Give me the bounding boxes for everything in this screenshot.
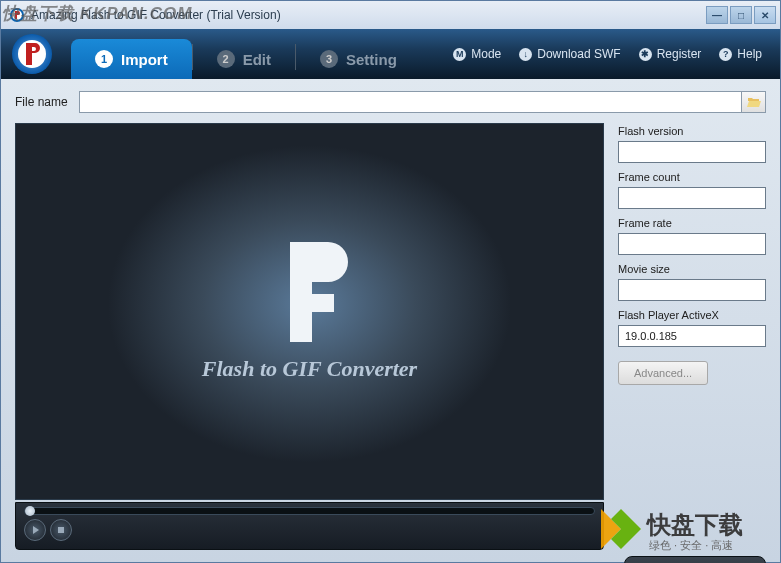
playback-controls (15, 502, 604, 550)
window-title: Amazing Flash to GIF Converter (Trial Ve… (31, 8, 706, 22)
tab-setting-num: 3 (320, 50, 338, 68)
download-label: Download SWF (537, 47, 620, 61)
app-small-icon (9, 7, 25, 23)
control-buttons (24, 519, 595, 541)
seek-bar[interactable] (24, 507, 595, 515)
frame-count-field[interactable] (618, 187, 766, 209)
tab-import-label: Import (121, 51, 168, 68)
tab-edit-num: 2 (217, 50, 235, 68)
frame-rate-label: Frame rate (618, 217, 766, 229)
stop-button[interactable] (50, 519, 72, 541)
tab-edit-label: Edit (243, 51, 271, 68)
stop-icon (58, 527, 64, 533)
app-logo-icon (11, 33, 53, 75)
play-button[interactable] (24, 519, 46, 541)
tab-setting-label: Setting (346, 51, 397, 68)
help-link[interactable]: ? Help (719, 47, 762, 61)
frame-rate-field[interactable] (618, 233, 766, 255)
top-links: M Mode ↓ Download SWF ✱ Register ? Help (453, 47, 762, 61)
tab-setting[interactable]: 3 Setting (296, 39, 421, 79)
tab-import[interactable]: 1 Import (71, 39, 192, 79)
tab-edit[interactable]: 2 Edit (193, 39, 295, 79)
filename-row: File name (15, 91, 766, 113)
app-window: Amazing Flash to GIF Converter (Trial Ve… (0, 0, 781, 563)
tabs: 1 Import 2 Edit 3 Setting (71, 29, 421, 79)
body: File name Flash to GIF Converter (1, 79, 780, 562)
register-label: Register (657, 47, 702, 61)
register-icon: ✱ (639, 48, 652, 61)
filename-label: File name (15, 95, 79, 109)
frame-count-label: Frame count (618, 171, 766, 183)
titlebar: Amazing Flash to GIF Converter (Trial Ve… (1, 1, 780, 29)
flash-version-label: Flash version (618, 125, 766, 137)
flash-logo-icon (270, 242, 350, 342)
header: 1 Import 2 Edit 3 Setting M Mode ↓ Downl… (1, 29, 780, 79)
window-controls: — □ ✕ (706, 6, 776, 24)
maximize-button[interactable]: □ (730, 6, 752, 24)
play-icon (33, 526, 39, 534)
flash-version-field[interactable] (618, 141, 766, 163)
activex-field[interactable] (618, 325, 766, 347)
minimize-button[interactable]: — (706, 6, 728, 24)
advanced-button[interactable]: Advanced... (618, 361, 708, 385)
next-big-button[interactable] (624, 556, 766, 563)
download-icon: ↓ (519, 48, 532, 61)
folder-open-icon (747, 96, 761, 108)
mode-link[interactable]: M Mode (453, 47, 501, 61)
info-sidebar: Flash version Frame count Frame rate Mov… (618, 123, 766, 550)
preview-caption: Flash to GIF Converter (202, 356, 417, 382)
mode-label: Mode (471, 47, 501, 61)
preview-column: Flash to GIF Converter (15, 123, 604, 550)
help-label: Help (737, 47, 762, 61)
movie-size-label: Movie size (618, 263, 766, 275)
register-link[interactable]: ✱ Register (639, 47, 702, 61)
download-swf-link[interactable]: ↓ Download SWF (519, 47, 620, 61)
mode-icon: M (453, 48, 466, 61)
help-icon: ? (719, 48, 732, 61)
seek-thumb[interactable] (25, 506, 35, 516)
main-area: Flash to GIF Converter Flash version Fra… (15, 123, 766, 550)
activex-label: Flash Player ActiveX (618, 309, 766, 321)
movie-size-field[interactable] (618, 279, 766, 301)
filename-input[interactable] (79, 91, 742, 113)
tab-import-num: 1 (95, 50, 113, 68)
close-button[interactable]: ✕ (754, 6, 776, 24)
preview-pane: Flash to GIF Converter (15, 123, 604, 500)
browse-button[interactable] (742, 91, 766, 113)
